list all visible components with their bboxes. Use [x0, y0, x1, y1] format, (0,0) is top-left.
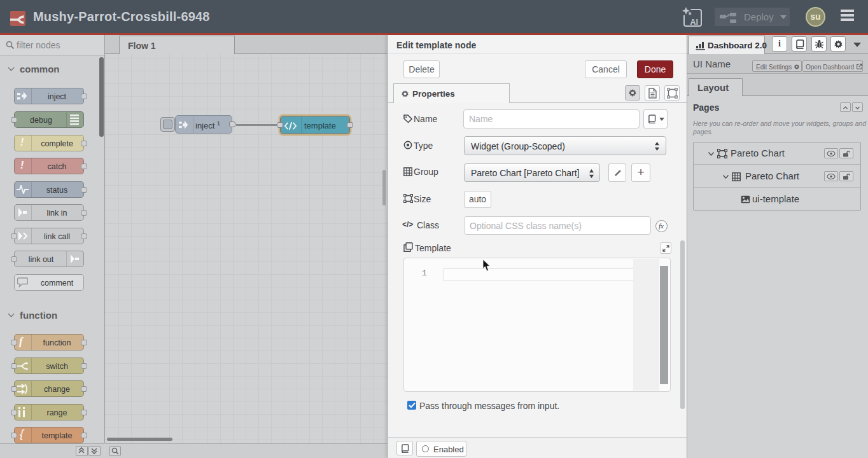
- svg-text:AI: AI: [690, 18, 699, 27]
